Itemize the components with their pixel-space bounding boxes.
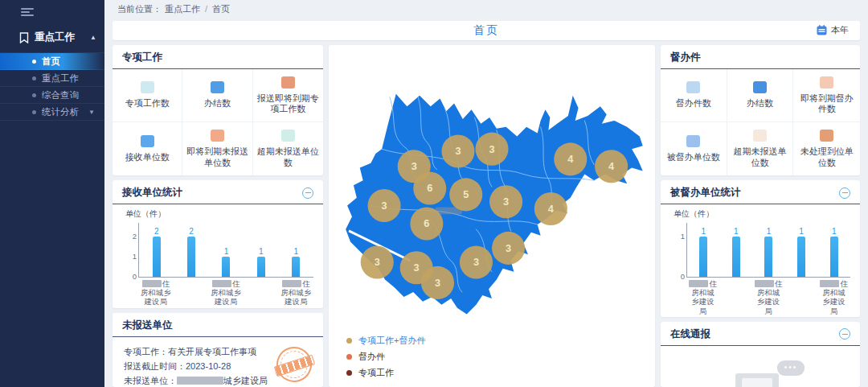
supervised-unit-chart-panel: 被督办单位统计 单位（件） 0111111 住房和城乡建设局住房和城乡建设局住房… <box>661 180 860 317</box>
map-marker[interactable]: 3 <box>368 189 401 222</box>
map-panel: 3334465334633333 专项工作+督办件 督办件 专项工作 <box>329 45 655 387</box>
map-marker[interactable]: 3 <box>361 245 394 278</box>
sidebar-collapse-icon[interactable] <box>0 0 104 23</box>
stat-icon <box>141 81 154 93</box>
map-legend: 专项工作+督办件 督办件 专项工作 <box>346 335 650 379</box>
svg-text:3: 3 <box>489 143 494 155</box>
left-column: 专项工作 专项工作数 办结数 报送即将到期专项工作数 接收单位数 即将到期未报送… <box>113 45 323 387</box>
stat-due-soon-work-count[interactable]: 报送即将到期专项工作数 <box>253 69 323 122</box>
map-marker[interactable]: 3 <box>489 185 522 218</box>
x-axis-label: 住房和城乡建设局 <box>686 279 719 315</box>
map-marker[interactable]: 6 <box>413 172 446 205</box>
stat-special-work-count[interactable]: 专项工作数 <box>113 69 182 122</box>
stat-unhandled-units[interactable]: 未处理到位单位数 <box>793 122 860 175</box>
stat-supervised-units[interactable]: 被督办单位数 <box>661 122 727 175</box>
stat-supervise-overdue-unreported[interactable]: 超期未报送单位数 <box>727 122 794 175</box>
sidebar-item-comprehensive-query[interactable]: 综合查询 <box>0 87 104 104</box>
map-marker[interactable]: 6 <box>410 208 443 241</box>
bullet-icon <box>32 93 36 97</box>
stat-supervise-count[interactable]: 督办件数 <box>661 69 727 122</box>
stat-icon <box>281 130 295 142</box>
bullet-icon <box>32 76 36 80</box>
stat-receive-unit-count[interactable]: 接收单位数 <box>113 122 182 175</box>
calendar-icon <box>817 25 827 35</box>
svg-text:3: 3 <box>411 160 417 172</box>
svg-text:3: 3 <box>382 200 387 212</box>
bar: 1 <box>720 223 753 277</box>
svg-text:4: 4 <box>608 160 614 172</box>
panel-title: 被督办单位统计 <box>670 186 741 200</box>
bar: 1 <box>279 223 313 277</box>
sidebar-group-key-work[interactable]: 重点工作 ▲ <box>0 23 104 53</box>
stat-icon <box>820 76 833 89</box>
content-grid: 专项工作 专项工作数 办结数 报送即将到期专项工作数 接收单位数 即将到期未报送… <box>104 40 868 387</box>
bar: 2 <box>139 223 174 277</box>
legend-item: 专项工作+督办件 <box>346 335 650 347</box>
bar: 1 <box>752 223 785 277</box>
special-work-header: 专项工作 <box>113 45 323 69</box>
special-work-stats: 专项工作数 办结数 报送即将到期专项工作数 接收单位数 即将到期未报送单位数 超… <box>113 69 323 175</box>
map-marker[interactable]: 3 <box>421 266 454 299</box>
svg-text:6: 6 <box>427 182 432 194</box>
map-marker[interactable]: 5 <box>449 178 482 211</box>
legend-item: 督办件 <box>346 351 650 363</box>
online-report-panel: 在线通报 ••• 暂无数据 <box>661 322 860 387</box>
stat-supervise-due-soon[interactable]: 即将到期督办件数 <box>793 69 860 122</box>
bar: 1 <box>687 223 720 277</box>
empty-inbox-icon: ••• <box>716 364 805 387</box>
page-title: 首页 <box>473 23 499 38</box>
map-marker[interactable]: 3 <box>441 135 474 168</box>
map-marker[interactable]: 4 <box>595 150 628 183</box>
main-area: 当前位置： 重点工作 / 首页 首页 本年 专项工作 专项工作数 <box>104 0 868 387</box>
svg-text:3: 3 <box>455 145 461 157</box>
unreported-list-item: 专项工作：有关开展专项工作事项 报送截止时间：2023-10-28 未报送单位：… <box>113 337 323 387</box>
stat-icon <box>211 130 224 142</box>
unreported-units-header: 未报送单位 <box>113 313 323 337</box>
legend-dot-icon <box>346 354 352 360</box>
map-marker[interactable]: 3 <box>475 133 508 166</box>
svg-text:3: 3 <box>414 261 420 274</box>
sidebar-item-home[interactable]: 首页 <box>0 53 104 70</box>
map-marker[interactable]: 4 <box>534 192 567 225</box>
province-map[interactable]: 3334465334633333 <box>334 48 650 331</box>
x-axis-label: 住房和城乡建设局 <box>817 279 850 315</box>
supervised-unit-chart-header: 被督办单位统计 <box>661 180 860 204</box>
collapse-icon[interactable] <box>839 328 850 340</box>
online-report-header: 在线通报 <box>661 322 860 346</box>
collapse-icon[interactable] <box>839 187 850 199</box>
bar: 2 <box>174 223 208 277</box>
supervise-stats: 督办件数 办结数 即将到期督办件数 被督办单位数 超期未报送单位数 未处理到位单… <box>661 69 860 175</box>
bullet-icon <box>32 60 36 64</box>
bar: 1 <box>209 223 244 277</box>
breadcrumb-current[interactable]: 首页 <box>212 3 230 15</box>
panel-title: 专项工作 <box>122 51 162 64</box>
speech-bubble-icon: ••• <box>777 360 805 376</box>
x-axis-label <box>244 279 279 307</box>
svg-text:3: 3 <box>375 256 380 268</box>
sidebar-item-key-work[interactable]: 重点工作 <box>0 70 104 87</box>
receive-unit-bar-chart: 单位（件） 01222111 住房和城乡建设局住房和城乡建设局住房和城乡建设局 <box>113 204 323 308</box>
stat-overdue-unreported-count[interactable]: 超期未报送单位数 <box>253 122 323 175</box>
receive-unit-chart-header: 接收单位统计 <box>113 180 323 204</box>
x-axis-label: 住房和城乡建设局 <box>752 279 785 315</box>
stat-icon <box>686 135 700 147</box>
stat-completed-count[interactable]: 办结数 <box>182 69 252 122</box>
stat-icon <box>281 76 295 89</box>
stat-due-unreported-count[interactable]: 即将到期未报送单位数 <box>182 122 252 175</box>
map-marker[interactable]: 3 <box>492 232 525 265</box>
sidebar-item-statistics[interactable]: 统计分析 ▼ <box>0 104 104 121</box>
bar: 1 <box>785 223 818 277</box>
year-filter-button[interactable]: 本年 <box>817 24 849 36</box>
x-axis-label: 住房和城乡建设局 <box>208 279 244 307</box>
sidebar: 重点工作 ▲ 首页 重点工作 综合查询 统计分析 ▼ <box>0 0 104 387</box>
chevron-up-icon: ▲ <box>90 34 96 41</box>
breadcrumb-section[interactable]: 重点工作 <box>165 3 200 15</box>
legend-item: 专项工作 <box>346 367 650 379</box>
legend-dot-icon <box>346 370 352 376</box>
stat-supervise-completed[interactable]: 办结数 <box>727 69 794 122</box>
map-marker[interactable]: 4 <box>554 142 587 175</box>
collapse-icon[interactable] <box>302 187 313 199</box>
svg-text:3: 3 <box>506 242 511 254</box>
map-marker[interactable]: 3 <box>460 245 493 278</box>
svg-text:3: 3 <box>503 196 509 208</box>
